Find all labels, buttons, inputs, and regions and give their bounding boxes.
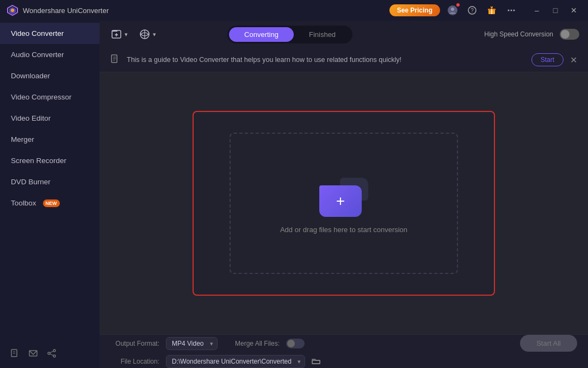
drop-zone-inner[interactable]: + Add or drag files here to start conver… [230, 133, 458, 274]
svg-text:?: ? [471, 8, 474, 14]
sidebar-bottom [0, 341, 100, 368]
new-badge-toolbox: NEW [43, 199, 60, 207]
sidebar-label-video-compressor: Video Compressor [11, 93, 72, 101]
sidebar-item-video-compressor[interactable]: Video Compressor [0, 86, 100, 108]
svg-line-21 [50, 354, 53, 355]
file-location-select-wrapper: D:\Wondershare UniConverter\Converted [166, 355, 305, 368]
output-format-select-wrapper: MP4 Video [166, 337, 218, 350]
drop-zone-outer[interactable]: + Add or drag files here to start conver… [193, 111, 495, 296]
svg-point-10 [508, 10, 510, 11]
share-icon [47, 348, 57, 358]
speed-toggle[interactable] [560, 29, 579, 40]
svg-point-11 [511, 10, 512, 11]
close-button[interactable]: ✕ [566, 3, 581, 18]
main-layout: Video Converter Audio Converter Download… [0, 21, 588, 368]
sidebar-label-toolbox: Toolbox [11, 199, 36, 207]
sidebar-item-video-editor[interactable]: Video Editor [0, 108, 100, 129]
output-format-label: Output Format: [110, 340, 159, 347]
file-location-label: File Location: [110, 358, 159, 365]
window-controls: – □ ✕ [529, 3, 581, 18]
help-button[interactable]: ? [465, 3, 479, 17]
bottom-bar: Output Format: MP4 Video Merge All Files… [100, 334, 588, 368]
sidebar-mail-button[interactable] [28, 348, 38, 360]
folder-open-button[interactable] [312, 357, 320, 367]
add-files-button[interactable]: ▾ [108, 26, 130, 42]
merge-toggle[interactable] [286, 339, 305, 348]
tab-group: Converting Finished [227, 26, 352, 43]
svg-line-20 [50, 351, 53, 353]
sidebar-label-dvd-burner: DVD Burner [11, 178, 51, 186]
help-icon: ? [468, 6, 476, 15]
mail-icon [28, 348, 38, 358]
add-files-chevron: ▾ [125, 31, 128, 38]
file-location-select[interactable]: D:\Wondershare UniConverter\Converted [166, 355, 305, 368]
app-logo: Wondershare UniConverter [7, 4, 389, 16]
maximize-button[interactable]: □ [548, 3, 563, 18]
gift-button[interactable] [485, 3, 499, 17]
title-bar: Wondershare UniConverter See Pricing ? [0, 0, 588, 21]
folder-icon-wrapper: + [319, 173, 368, 217]
svg-rect-32 [312, 360, 320, 364]
sidebar-item-merger[interactable]: Merger [0, 129, 100, 150]
converting-tab[interactable]: Converting [229, 27, 294, 42]
toolbar: ▾ ▾ Converting Finished High Speed Conve… [100, 21, 588, 48]
start-all-button[interactable]: Start All [520, 335, 577, 352]
sidebar: Video Converter Audio Converter Download… [0, 21, 100, 368]
menu-button[interactable] [504, 3, 518, 17]
sidebar-item-video-converter[interactable]: Video Converter [0, 23, 100, 44]
guide-close-button[interactable]: ✕ [570, 55, 577, 65]
add-url-icon [139, 28, 151, 40]
sidebar-item-toolbox[interactable]: Toolbox NEW [0, 192, 100, 214]
svg-point-18 [48, 352, 50, 354]
guide-start-button[interactable]: Start [531, 53, 564, 66]
folder-front: + [319, 185, 362, 217]
add-url-chevron: ▾ [153, 31, 156, 38]
svg-point-19 [53, 355, 55, 357]
book-icon [10, 348, 20, 358]
sidebar-label-screen-recorder: Screen Recorder [11, 157, 66, 165]
content-area: ▾ ▾ Converting Finished High Speed Conve… [100, 21, 588, 368]
app-title: Wondershare UniConverter [23, 7, 109, 15]
guide-icon [110, 54, 120, 64]
sidebar-label-video-editor: Video Editor [11, 114, 51, 122]
add-url-button[interactable]: ▾ [137, 26, 158, 42]
sidebar-label-video-converter: Video Converter [11, 29, 64, 38]
drop-zone-container: + Add or drag files here to start conver… [100, 72, 588, 334]
bottom-row-format: Output Format: MP4 Video Merge All Files… [110, 335, 577, 352]
output-format-select[interactable]: MP4 Video [166, 337, 218, 350]
merge-all-files-label: Merge All Files: [235, 340, 280, 347]
app-icon [7, 4, 18, 16]
sidebar-item-screen-recorder[interactable]: Screen Recorder [0, 150, 100, 171]
sidebar-share-button[interactable] [47, 348, 57, 360]
sidebar-label-audio-converter: Audio Converter [11, 51, 64, 59]
svg-point-2 [11, 9, 14, 12]
speed-label: High Speed Conversion [484, 30, 553, 38]
svg-point-4 [451, 8, 454, 11]
sidebar-label-merger: Merger [11, 135, 34, 144]
folder-open-icon [312, 357, 320, 365]
sidebar-guide-button[interactable] [10, 348, 20, 360]
notification-dot [456, 3, 460, 7]
sidebar-label-downloader: Downloader [11, 72, 50, 80]
sidebar-item-audio-converter[interactable]: Audio Converter [0, 44, 100, 65]
bottom-row-location: File Location: D:\Wondershare UniConvert… [110, 355, 577, 368]
finished-tab[interactable]: Finished [294, 27, 351, 42]
sidebar-item-dvd-burner[interactable]: DVD Burner [0, 171, 100, 192]
svg-point-12 [513, 10, 515, 11]
add-files-icon [110, 28, 122, 40]
folder-plus-icon: + [336, 194, 345, 209]
gift-icon [487, 6, 496, 15]
minimize-button[interactable]: – [529, 3, 544, 18]
title-bar-right: See Pricing ? [389, 3, 581, 18]
drop-instruction: Add or drag files here to start conversi… [280, 226, 407, 234]
guide-book-icon [110, 54, 120, 66]
sidebar-item-downloader[interactable]: Downloader [0, 65, 100, 86]
guide-text: This is a guide to Video Converter that … [127, 56, 525, 64]
guide-banner: This is a guide to Video Converter that … [100, 48, 588, 72]
menu-icon [507, 6, 516, 15]
see-pricing-button[interactable]: See Pricing [389, 4, 440, 16]
avatar-button[interactable] [445, 3, 460, 17]
svg-point-17 [53, 350, 55, 352]
